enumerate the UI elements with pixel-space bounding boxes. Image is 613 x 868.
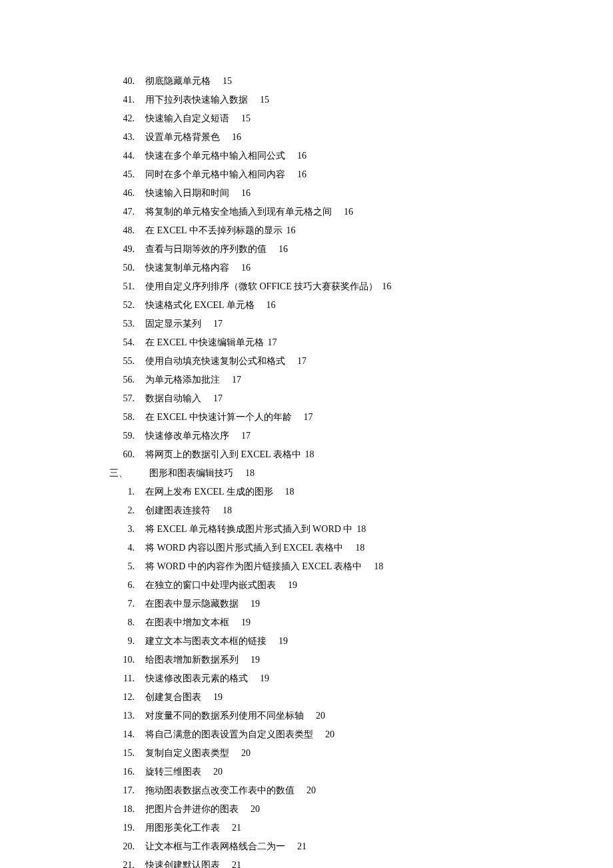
toc-number: 12.: [113, 688, 145, 707]
toc-number: 54.: [113, 333, 145, 352]
toc-page: 19: [239, 651, 260, 669]
toc-page: 20: [201, 763, 223, 781]
toc-number: 7.: [113, 595, 145, 613]
toc-item: 11.快速修改图表元素的格式19: [113, 669, 513, 688]
toc-page: 18: [211, 501, 232, 520]
toc-number: 18.: [113, 800, 145, 819]
toc-title: 用下拉列表快速输入数据: [145, 91, 248, 109]
toc-number: 16.: [113, 763, 145, 781]
toc-page: 19: [201, 688, 223, 707]
toc-page: 20: [304, 707, 325, 725]
toc-item: 7.在图表中显示隐藏数据19: [113, 595, 513, 613]
toc-title: 设置单元格背景色: [145, 128, 220, 147]
toc-page: 16: [229, 184, 251, 203]
toc-item: 49.查看与日期等效的序列数的值16: [113, 240, 513, 259]
toc-number: 60.: [113, 445, 145, 464]
toc-number: 50.: [113, 259, 145, 277]
toc-item: 50.快速复制单元格内容16: [113, 259, 513, 277]
toc-number: 46.: [113, 184, 145, 203]
toc-item: 40.彻底隐藏单元格15: [113, 72, 513, 91]
toc-title: 快速创建默认图表: [145, 856, 220, 868]
toc-page: 15: [229, 109, 251, 128]
toc-item: 44.快速在多个单元格中输入相同公式16: [113, 147, 513, 165]
toc-item: 51.使用自定义序列排序（微软 OFFICE 技巧大赛获奖作品）16: [113, 277, 513, 296]
toc-page: 17: [201, 389, 223, 408]
toc-page: 19: [267, 632, 288, 651]
toc-number: 14.: [113, 725, 145, 744]
toc-number: 57.: [113, 389, 145, 408]
toc-title: 建立文本与图表文本框的链接: [145, 632, 267, 651]
toc-title: 将自己满意的图表设置为自定义图表类型: [145, 725, 313, 744]
toc-page: 21: [285, 837, 306, 856]
toc-item: 47.将复制的单元格安全地插入到现有单元格之间16: [113, 203, 513, 221]
toc-item: 20.让文本框与工作表网格线合二为一21: [113, 837, 513, 856]
toc-title: 在独立的窗口中处理内嵌式图表: [145, 576, 276, 595]
toc-title: 同时在多个单元格中输入相同内容: [145, 165, 285, 184]
toc-number: 58.: [113, 408, 145, 427]
toc-number: 5.: [113, 557, 145, 576]
toc-number: 41.: [113, 91, 145, 109]
toc-number: 三、: [109, 464, 149, 483]
toc-page: 16: [332, 203, 353, 221]
toc-title: 查看与日期等效的序列数的值: [145, 240, 267, 259]
toc-item: 43.设置单元格背景色16: [113, 128, 513, 147]
toc-item: 46.快速输入日期和时间16: [113, 184, 513, 203]
toc-page: 18: [273, 483, 295, 501]
toc-page: 16: [283, 221, 296, 240]
toc-title: 旋转三维图表: [145, 763, 201, 781]
toc-page: 16: [267, 240, 288, 259]
toc-title: 创建复合图表: [145, 688, 201, 707]
toc-number: 19.: [113, 819, 145, 837]
toc-number: 49.: [113, 240, 145, 259]
toc-page: 16: [220, 128, 241, 147]
toc-item: 53.固定显示某列17: [113, 315, 513, 333]
toc-page: 17: [292, 408, 313, 427]
toc-title: 快速修改图表元素的格式: [145, 669, 248, 688]
toc-page: 16: [255, 296, 276, 315]
toc-item: 41.用下拉列表快速输入数据15: [113, 91, 513, 109]
toc-number: 2.: [113, 501, 145, 520]
toc-title: 为单元格添加批注: [145, 371, 220, 389]
toc-number: 42.: [113, 109, 145, 128]
toc-page: 18: [233, 464, 255, 483]
toc-title: 在 EXCEL 中快速编辑单元格: [145, 333, 264, 352]
toc-title: 将 EXCEL 单元格转换成图片形式插入到 WORD 中: [145, 520, 352, 539]
toc-content: 40.彻底隐藏单元格1541.用下拉列表快速输入数据1542.快速输入自定义短语…: [113, 72, 513, 868]
toc-number: 52.: [113, 296, 145, 315]
toc-number: 20.: [113, 837, 145, 856]
toc-number: 45.: [113, 165, 145, 184]
toc-number: 15.: [113, 744, 145, 763]
toc-item: 21.快速创建默认图表21: [113, 856, 513, 868]
toc-item: 15.复制自定义图表类型20: [113, 744, 513, 763]
toc-item: 57.数据自动输入17: [113, 389, 513, 408]
toc-item: 59.快速修改单元格次序17: [113, 427, 513, 445]
toc-page: 20: [313, 725, 334, 744]
toc-page: 19: [229, 613, 251, 632]
toc-item: 18.把图片合并进你的图表20: [113, 800, 513, 819]
toc-item: 55.使用自动填充快速复制公式和格式17: [113, 352, 513, 371]
toc-title: 拖动图表数据点改变工作表中的数值: [145, 781, 295, 800]
toc-number: 47.: [113, 203, 145, 221]
toc-title: 快速输入日期和时间: [145, 184, 229, 203]
toc-page: 15: [211, 72, 232, 91]
toc-item: 8.在图表中增加文本框19: [113, 613, 513, 632]
toc-item: 16.旋转三维图表20: [113, 763, 513, 781]
toc-page: 20: [239, 800, 260, 819]
toc-title: 将 WORD 中的内容作为图片链接插入 EXCEL 表格中: [145, 557, 362, 576]
toc-number: 11.: [113, 669, 145, 688]
toc-title: 快速修改单元格次序: [145, 427, 229, 445]
toc-title: 数据自动输入: [145, 389, 201, 408]
toc-title: 创建图表连接符: [145, 501, 211, 520]
toc-item: 5.将 WORD 中的内容作为图片链接插入 EXCEL 表格中18: [113, 557, 513, 576]
toc-number: 56.: [113, 371, 145, 389]
toc-title: 让文本框与工作表网格线合二为一: [145, 837, 285, 856]
toc-title: 图形和图表编辑技巧: [149, 464, 233, 483]
toc-title: 固定显示某列: [145, 315, 201, 333]
toc-item: 56.为单元格添加批注17: [113, 371, 513, 389]
toc-title: 快速复制单元格内容: [145, 259, 229, 277]
toc-page: 18: [362, 557, 383, 576]
toc-item: 9.建立文本与图表文本框的链接19: [113, 632, 513, 651]
toc-page: 17: [201, 315, 223, 333]
toc-number: 21.: [113, 856, 145, 868]
toc-page: 16: [285, 147, 306, 165]
